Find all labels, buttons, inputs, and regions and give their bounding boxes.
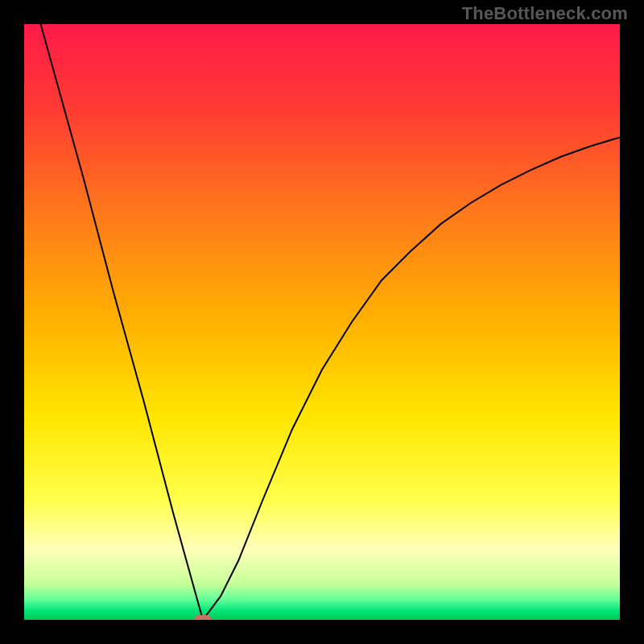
watermark-text: TheBottleneck.com <box>462 3 628 24</box>
chart-frame: TheBottleneck.com <box>0 0 644 644</box>
plot-svg <box>24 24 620 620</box>
plot-area <box>24 24 620 620</box>
minimum-marker <box>194 615 212 620</box>
gradient-background <box>24 24 620 620</box>
